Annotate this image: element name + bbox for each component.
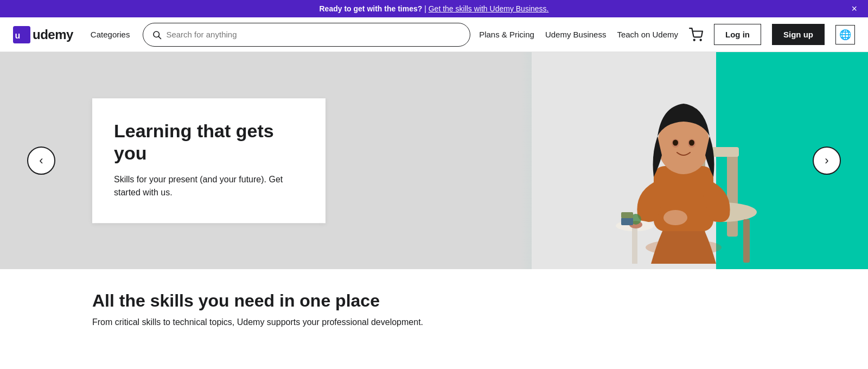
- svg-point-16: [663, 210, 687, 225]
- top-banner: Ready to get with the times? | Get the s…: [0, 0, 868, 17]
- svg-text:u: u: [15, 31, 21, 40]
- language-selector[interactable]: 🌐: [835, 25, 855, 44]
- svg-rect-13: [743, 219, 750, 263]
- login-button[interactable]: Log in: [714, 24, 761, 45]
- logo-text: udemy: [33, 27, 73, 42]
- banner-separator: |: [422, 4, 428, 13]
- below-hero-section: All the skills you need in one place Fro…: [0, 269, 868, 338]
- nav-teach[interactable]: Teach on Udemy: [617, 30, 678, 39]
- svg-rect-9: [727, 150, 738, 237]
- search-input[interactable]: [166, 30, 461, 39]
- svg-rect-24: [632, 226, 637, 264]
- svg-point-21: [673, 140, 678, 146]
- nav-udemy-business[interactable]: Udemy Business: [545, 30, 607, 39]
- below-hero-title: All the skills you need in one place: [92, 291, 776, 311]
- svg-point-4: [694, 39, 695, 40]
- nav-categories[interactable]: Categories: [86, 28, 135, 41]
- carousel-next-button[interactable]: ›: [813, 147, 841, 175]
- hero-subtitle: Skills for your present (and your future…: [114, 173, 302, 199]
- cart-icon[interactable]: [689, 28, 703, 42]
- svg-point-22: [689, 140, 694, 146]
- banner-bold-text: Ready to get with the times?: [320, 4, 423, 13]
- logo[interactable]: u udemy: [13, 26, 73, 43]
- carousel-prev-button[interactable]: ‹: [27, 147, 55, 175]
- svg-line-3: [159, 36, 161, 39]
- search-icon: [152, 30, 162, 40]
- signup-button[interactable]: Sign up: [772, 24, 825, 45]
- hero-section: Learning that gets you Skills for your p…: [0, 52, 868, 269]
- banner-text: Ready to get with the times? | Get the s…: [320, 4, 549, 13]
- search-bar: [143, 23, 470, 47]
- hero-content-box: Learning that gets you Skills for your p…: [92, 98, 326, 223]
- svg-rect-28: [621, 212, 633, 218]
- udemy-logo-icon: u: [13, 26, 30, 43]
- navbar: u udemy Categories Plans & Pricing Udemy…: [0, 17, 868, 52]
- nav-plans-pricing[interactable]: Plans & Pricing: [479, 30, 534, 39]
- svg-rect-27: [621, 218, 633, 225]
- banner-close-button[interactable]: ×: [851, 4, 857, 14]
- hero-title: Learning that gets you: [114, 120, 302, 164]
- svg-point-5: [700, 39, 701, 40]
- below-hero-subtitle: From critical skills to technical topics…: [92, 317, 776, 327]
- nav-right: Plans & Pricing Udemy Business Teach on …: [479, 24, 855, 45]
- hero-person-illustration: [532, 52, 835, 269]
- banner-link[interactable]: Get the skills with Udemy Business.: [429, 4, 549, 13]
